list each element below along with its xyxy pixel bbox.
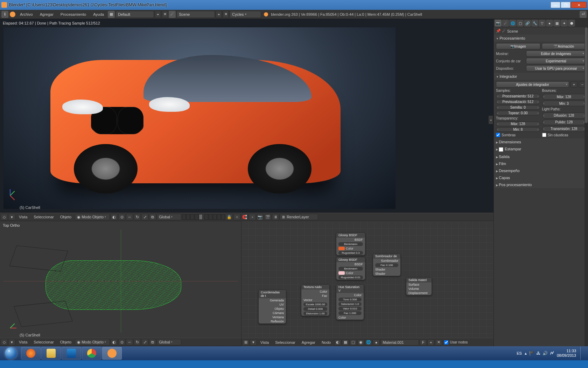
renderlayer-dropdown[interactable]: 🗎 RenderLayer xyxy=(280,214,318,220)
diffuse-bounces-field[interactable]: Difusión: 128 xyxy=(542,113,586,118)
snap-element-icon[interactable]: ▫ xyxy=(249,214,256,220)
tray-icons[interactable]: ▴ 🏴 🖧 🔊 🗲 xyxy=(525,351,554,356)
tab-modifiers-icon[interactable]: 🔧 xyxy=(531,20,538,27)
screen-add-button[interactable]: + xyxy=(155,11,161,18)
node-texture-coordinate[interactable]: Coordenadas de t Generada UV Objeto Cáma… xyxy=(258,289,286,324)
stamp-checkbox[interactable] xyxy=(499,147,503,152)
language-indicator[interactable]: ES xyxy=(517,351,522,355)
tab-texture-icon[interactable]: ▦ xyxy=(553,20,560,27)
bounces-min-field[interactable]: Min: 3 xyxy=(542,101,586,106)
render-samples-field[interactable]: Procesamiento: 512 xyxy=(496,94,540,98)
menu-object[interactable]: Objeto xyxy=(57,214,74,220)
node-glossy-bsdf-2[interactable]: Glossy BSDF BSDF Beckmann Color Rugosida… xyxy=(336,257,365,280)
menu-help[interactable]: Ayuda xyxy=(90,11,107,18)
window-close-button[interactable]: ✕ xyxy=(571,2,587,8)
preview-samples-field[interactable]: Previsualizació: 512 xyxy=(496,100,540,104)
render-engine-dropdown[interactable]: Cycles▾ xyxy=(230,11,261,18)
section-stamp[interactable]: Estampar xyxy=(494,145,588,153)
object-material-icon[interactable]: ◉ xyxy=(357,339,364,346)
shader-nodes-icon[interactable]: ◐ xyxy=(334,339,341,346)
color-swatch[interactable] xyxy=(338,247,345,250)
menu-view[interactable]: Vista xyxy=(16,339,30,345)
pause-icon[interactable]: ⏸ xyxy=(272,214,279,220)
opengl-render-icon[interactable]: 📷 xyxy=(257,214,264,220)
compositor-nodes-icon[interactable]: ▦ xyxy=(342,339,349,346)
taskbar-app-explorer[interactable] xyxy=(41,347,61,360)
section-film[interactable]: Film xyxy=(494,160,588,167)
no-caustics-checkbox[interactable] xyxy=(542,133,546,137)
preset-add-button[interactable]: + xyxy=(570,81,578,88)
menu-node[interactable]: Nodo xyxy=(319,339,334,346)
integrator-preset-dropdown[interactable]: Ajustes de integrador▾ xyxy=(496,81,569,88)
scene-add-button[interactable]: + xyxy=(216,11,222,18)
menu-select[interactable]: Seleccionar xyxy=(272,339,298,346)
texture-nodes-icon[interactable]: ▢ xyxy=(350,339,357,346)
proportional-edit-icon[interactable]: ○ xyxy=(233,214,240,220)
menu-add[interactable]: Agregar xyxy=(37,11,57,18)
node-mix-shader[interactable]: Sombreador de Sombreador Fac 0.100 Shade… xyxy=(373,253,401,276)
manipulator-translate-icon[interactable]: ↔ xyxy=(126,339,133,345)
scene-dropdown[interactable]: Scene xyxy=(176,11,215,18)
orientation-dropdown[interactable]: Global▾ xyxy=(157,339,181,345)
tab-constraints-icon[interactable]: 🔗 xyxy=(524,20,531,27)
seed-field[interactable]: Semilla: 0 xyxy=(496,105,540,110)
transparency-max-field[interactable]: Máx: 128 xyxy=(496,122,540,126)
transparency-min-field[interactable]: Min: 8 xyxy=(496,127,540,132)
taskbar-app-chrome[interactable] xyxy=(82,347,102,360)
pin-icon[interactable]: ▾ xyxy=(250,339,257,346)
screen-layout-dropdown[interactable]: Default xyxy=(115,11,154,18)
editor-type-icon[interactable]: ℹ xyxy=(1,11,8,18)
mode-dropdown[interactable]: ◉ Modo Objeto▾ xyxy=(75,339,110,345)
section-dimensions[interactable]: Dimensiones xyxy=(494,138,588,145)
show-desktop-button[interactable] xyxy=(580,347,585,360)
flag-icon[interactable]: 🏴 xyxy=(529,351,534,356)
render-image-button[interactable]: 📷 Imagen xyxy=(496,43,540,49)
material-add-button[interactable]: + xyxy=(427,339,434,346)
pin-icon[interactable]: ▾ xyxy=(8,214,15,220)
section-performance[interactable]: Desempeño xyxy=(494,167,588,174)
shading-mode-icon[interactable]: ◐ xyxy=(111,339,118,345)
shading-mode-icon[interactable]: ◐ xyxy=(111,214,118,220)
image-editor-render[interactable]: Elapsed: 04:12.67 | Done | Path Tracing … xyxy=(0,19,493,213)
tab-particles-icon[interactable]: ✦ xyxy=(561,20,568,27)
tab-material-icon[interactable]: ● xyxy=(546,20,553,27)
node-glossy-bsdf-1[interactable]: Glossy BSDF BSDF Beckmann Color Rugosida… xyxy=(336,232,365,255)
taskbar-app-firefox[interactable] xyxy=(21,347,41,360)
clamp-field[interactable]: Topear: 0.00 xyxy=(496,111,540,115)
tab-object-icon[interactable]: ▢ xyxy=(517,20,524,27)
toggle-toolbar-tab[interactable]: ◂ xyxy=(489,116,493,124)
use-nodes-checkbox[interactable] xyxy=(444,340,448,345)
shadows-checkbox[interactable] xyxy=(496,133,500,137)
material-remove-button[interactable]: ✕ xyxy=(435,339,442,346)
manipulator-rotate-icon[interactable]: ↻ xyxy=(134,214,141,220)
section-integrator[interactable]: Integrador xyxy=(494,73,588,80)
material-browse-icon[interactable]: ● xyxy=(373,339,380,346)
properties-scrollbar[interactable] xyxy=(584,27,588,346)
window-maximize-button[interactable]: ❐ xyxy=(561,2,570,8)
back-to-previous-button[interactable]: ⏎ xyxy=(580,11,587,18)
manipulator-scale-icon[interactable]: ⤢ xyxy=(141,339,148,345)
pivot-icon[interactable]: ⊙ xyxy=(118,339,125,345)
tray-chevron-icon[interactable]: ▴ xyxy=(525,351,527,356)
snap-icon[interactable]: ⧉ xyxy=(149,214,156,220)
screen-remove-button[interactable]: ✕ xyxy=(162,11,168,18)
mode-dropdown[interactable]: ◉ Modo Objeto▾ xyxy=(75,214,110,220)
taskbar-app-mediaplayer[interactable] xyxy=(62,347,81,360)
menu-file[interactable]: Archivo xyxy=(17,11,36,18)
bounces-max-field[interactable]: Máx: 128 xyxy=(542,94,586,100)
editor-type-3dview-icon[interactable]: ◇ xyxy=(1,214,8,220)
render-animation-button[interactable]: 🎬 Animación xyxy=(542,43,586,49)
taskbar-clock[interactable]: 11:33 08/09/2013 xyxy=(557,349,576,358)
menu-select[interactable]: Seleccionar xyxy=(31,339,56,345)
menu-render[interactable]: Procesamiento xyxy=(57,11,89,18)
node-material-output[interactable]: Salida materi Surface Volume Displacemen… xyxy=(406,277,432,295)
taskbar-app-blender[interactable] xyxy=(102,347,122,360)
pin-icon[interactable]: ▾ xyxy=(8,339,15,345)
manipulator-rotate-icon[interactable]: ↻ xyxy=(134,339,141,345)
battery-icon[interactable]: 🗲 xyxy=(550,351,554,356)
snap-icon[interactable]: ⧉ xyxy=(149,339,156,345)
transmission-bounces-field[interactable]: Transmisión: 128 xyxy=(542,126,586,132)
scene-browse-icon[interactable]: ☄ xyxy=(169,11,176,18)
featureset-dropdown[interactable]: Experimental▾ xyxy=(526,58,586,64)
lock-camera-icon[interactable]: 🔒 xyxy=(226,214,233,220)
